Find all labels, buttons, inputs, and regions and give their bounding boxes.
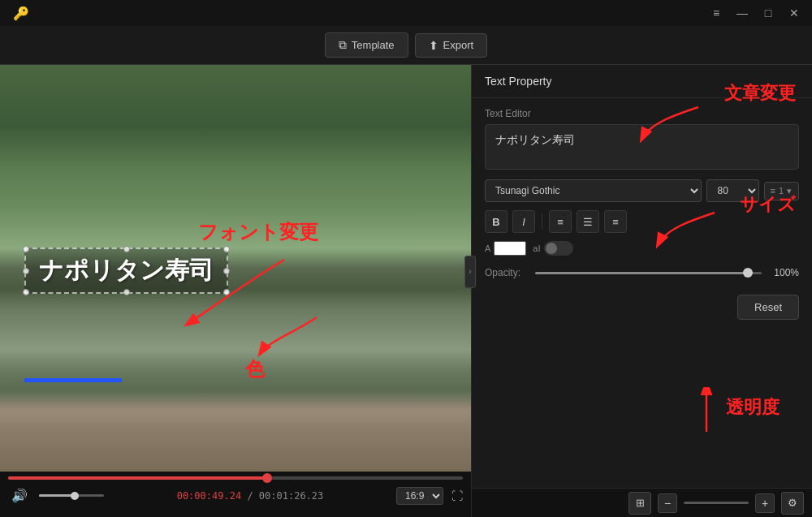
resize-handle-mr[interactable] <box>223 268 230 274</box>
timeline-icon-button[interactable]: ⊞ <box>628 492 651 515</box>
text-color-group: A <box>485 241 526 256</box>
export-icon: ⬆ <box>429 39 438 52</box>
right-panel: Text Property Text Editor ナポリタン寿司 Tsunag… <box>471 65 812 517</box>
text-color-swatch[interactable] <box>494 241 526 256</box>
align-center-icon: ☰ <box>583 216 593 228</box>
zoom-minus-button[interactable]: − <box>658 493 677 513</box>
time-total: 00:01:26.23 <box>259 490 323 502</box>
text-editor-value: ナポリタン寿司 <box>495 133 575 146</box>
right-panel-content: Text Editor ナポリタン寿司 Tsunagi Gothic 80 ≡ … <box>472 98 812 488</box>
titlebar: 🔑 ≡ — □ ✕ <box>0 0 812 26</box>
toggle-knob <box>546 243 557 254</box>
resize-handle-bm[interactable] <box>123 289 130 295</box>
timeline-bar[interactable] <box>8 476 463 480</box>
resize-handle-ml[interactable] <box>23 268 29 274</box>
align-right-button[interactable]: ≡ <box>604 210 627 233</box>
timeline-progress <box>8 476 267 480</box>
align-left-button[interactable]: ≡ <box>549 210 572 233</box>
volume-slider[interactable] <box>39 494 104 497</box>
font-size-select[interactable]: 80 <box>706 179 759 202</box>
settings-button[interactable]: ⚙ <box>781 492 804 515</box>
blue-accent-bar <box>24 378 122 382</box>
maximize-button[interactable]: □ <box>757 2 780 24</box>
bg-color-toggle[interactable] <box>544 241 573 256</box>
text-color-label: A <box>485 243 490 253</box>
fullscreen-button[interactable]: ⛶ <box>451 489 463 502</box>
opacity-label: Opacity: <box>485 267 527 278</box>
video-controls: 🔊 00:00:49.24 / 00:01:26.23 16:9 ⛶ <box>0 472 471 517</box>
format-row: Tsunagi Gothic 80 ≡ 1 ▾ <box>485 179 799 202</box>
text-editor-box[interactable]: ナポリタン寿司 <box>485 124 799 170</box>
align-divider <box>542 213 542 230</box>
video-panel: ナポリタン寿司 フォント変更 <box>0 65 471 517</box>
main-area: ⧉ Template ⬆ Export ナポリタン寿司 <box>0 26 812 517</box>
line-height-value: 1 <box>779 186 784 196</box>
video-container[interactable]: ナポリタン寿司 フォント変更 <box>0 65 471 472</box>
bg-color-label: aI <box>533 243 540 253</box>
close-button[interactable]: ✕ <box>783 2 806 24</box>
font-select[interactable]: Tsunagi Gothic <box>485 179 702 202</box>
line-height-group[interactable]: ≡ 1 ▾ <box>764 182 799 200</box>
menu-button[interactable]: ≡ <box>705 2 728 24</box>
right-panel-bottom-bar: ⊞ − + ⚙ <box>472 488 812 517</box>
right-panel-header: Text Property <box>472 65 812 98</box>
content-area: ナポリタン寿司 フォント変更 <box>0 65 812 517</box>
time-display: 00:00:49.24 / 00:01:26.23 <box>112 490 388 502</box>
bg-color-group: aI <box>533 241 572 256</box>
controls-row: 🔊 00:00:49.24 / 00:01:26.23 16:9 ⛶ <box>8 486 463 505</box>
opacity-row: Opacity: 100% <box>485 267 799 278</box>
opacity-value: 100% <box>770 267 799 278</box>
align-left-icon: ≡ <box>557 216 564 228</box>
right-panel-title: Text Property <box>485 75 551 88</box>
italic-button[interactable]: I <box>512 210 535 233</box>
aspect-ratio-select[interactable]: 16:9 <box>396 487 443 505</box>
video-text-overlay[interactable]: ナポリタン寿司 <box>24 248 228 294</box>
timeline-thumb[interactable] <box>262 473 272 483</box>
minimize-button[interactable]: — <box>731 2 754 24</box>
key-icon: 🔑 <box>13 6 29 21</box>
time-separator: / <box>247 490 258 502</box>
time-current: 00:00:49.24 <box>177 490 241 502</box>
opacity-thumb[interactable] <box>743 268 753 278</box>
line-height-chevron[interactable]: ▾ <box>787 186 792 196</box>
bold-button[interactable]: B <box>485 210 508 233</box>
reset-button[interactable]: Reset <box>737 295 799 320</box>
template-button[interactable]: ⧉ Template <box>325 32 408 58</box>
layers-icon: ⧉ <box>339 38 347 52</box>
export-button[interactable]: ⬆ Export <box>415 33 488 58</box>
style-row: B I ≡ ☰ ≡ <box>485 210 799 233</box>
zoom-plus-button[interactable]: + <box>755 493 775 513</box>
line-height-icon: ≡ <box>770 186 775 196</box>
zoom-slider[interactable] <box>684 502 749 504</box>
volume-fill <box>39 494 75 497</box>
volume-thumb[interactable] <box>71 492 79 500</box>
opacity-slider[interactable] <box>535 272 762 274</box>
resize-handle-tm[interactable] <box>123 246 130 252</box>
toolbar: ⧉ Template ⬆ Export <box>0 26 812 65</box>
video-text: ナポリタン寿司 <box>39 256 214 283</box>
align-right-icon: ≡ <box>612 216 619 228</box>
color-row: A aI <box>485 241 799 256</box>
resize-handle-tl[interactable] <box>23 246 29 252</box>
align-center-button[interactable]: ☰ <box>577 210 599 233</box>
volume-button[interactable]: 🔊 <box>8 486 31 505</box>
panel-collapse-handle[interactable]: › <box>464 256 476 288</box>
text-editor-label: Text Editor <box>485 108 799 119</box>
